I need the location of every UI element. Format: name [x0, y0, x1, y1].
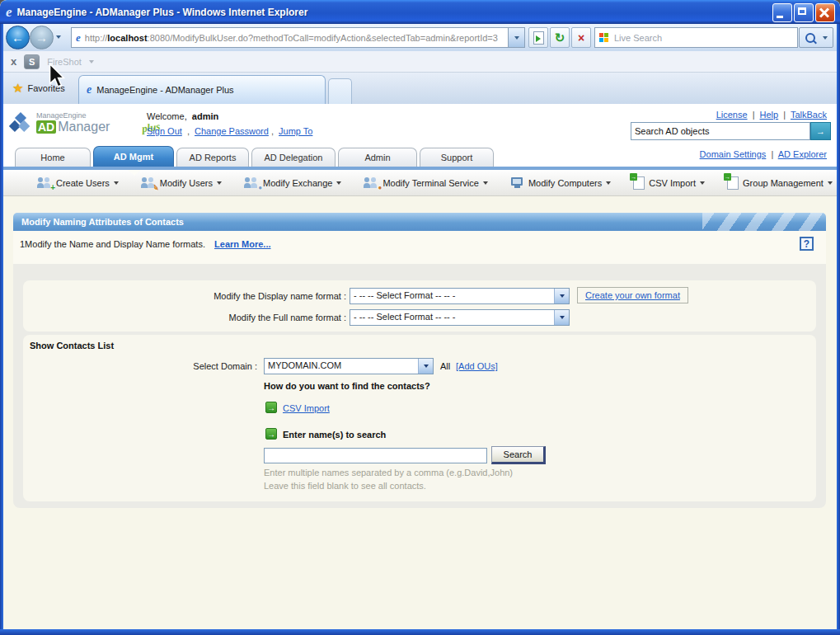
page-ie-icon: e — [72, 31, 85, 45]
toolbar-item-create-users[interactable]: + Create Users — [37, 177, 119, 189]
tab-admin[interactable]: Admin — [338, 148, 417, 167]
url-text[interactable]: http://localhost:8080/ModifyBulkUser.do?… — [85, 33, 508, 43]
sign-out-link[interactable]: Sign Out — [147, 126, 182, 136]
chevron-down-icon[interactable] — [554, 289, 569, 303]
change-password-link[interactable]: Change Password — [195, 126, 269, 136]
close-button[interactable] — [815, 3, 835, 22]
app-header: ManageEngine AD Manager plus Welcome, ad… — [0, 104, 840, 145]
browser-tab-active[interactable]: e ManageEngine - ADManager Plus — [78, 75, 326, 104]
ad-search: → — [631, 122, 831, 140]
windows-flag-icon — [599, 33, 608, 42]
go-arrow-icon: → — [816, 126, 825, 136]
logo-brand: ManageEngine — [36, 111, 87, 120]
session-links: Sign Out , Change Password, Jump To — [147, 126, 312, 136]
tab-ad-mgmt[interactable]: AD Mgmt — [93, 146, 174, 167]
forward-button[interactable]: → — [30, 26, 54, 49]
toolbar-item-group-management[interactable]: → Group Management — [727, 176, 833, 190]
capture-page-button[interactable] — [528, 27, 548, 48]
chevron-down-icon — [606, 181, 611, 185]
star-icon: ★ — [12, 81, 23, 96]
green-arrow-icon: → — [265, 402, 277, 413]
live-search-input[interactable] — [612, 32, 797, 44]
display-name-format-select[interactable]: - -- -- Select Format -- -- - — [350, 288, 570, 304]
search-button[interactable]: Search — [491, 446, 546, 464]
panel-title: Modify Naming Attributes of Contacts — [21, 217, 184, 227]
tab-home[interactable]: Home — [15, 148, 91, 167]
page-go-icon — [533, 31, 544, 45]
ad-explorer-link[interactable]: AD Explorer — [778, 149, 827, 159]
domain-select[interactable]: MYDOMAIN.COM — [264, 358, 434, 374]
domain-settings-link[interactable]: Domain Settings — [700, 149, 767, 159]
full-name-format-select[interactable]: - -- -- Select Format -- -- - — [350, 309, 570, 326]
csv-import-icon: → — [633, 176, 645, 190]
fireshot-logo-icon: S — [24, 54, 40, 69]
title-bar[interactable]: e ManageEngine - ADManager Plus - Window… — [0, 0, 840, 24]
maximize-button[interactable] — [794, 3, 814, 22]
chevron-down-icon — [700, 181, 705, 185]
green-arrow-icon: → — [265, 428, 277, 440]
users-edit-icon: ✎ — [141, 177, 156, 189]
help-button[interactable]: ? — [800, 237, 814, 251]
chevron-down-icon — [828, 181, 833, 185]
live-search-go-button[interactable] — [799, 27, 833, 48]
tab-ie-icon: e — [87, 83, 92, 96]
add-ous-link[interactable]: [Add OUs] — [456, 361, 498, 371]
window-border-right — [837, 24, 840, 635]
refresh-button[interactable]: ↻ — [550, 27, 570, 48]
create-own-format-button[interactable]: Create your own format — [577, 287, 688, 303]
chevron-down-icon[interactable] — [554, 310, 569, 325]
chevron-down-icon — [114, 181, 119, 185]
header-links: License | Help | TalkBack — [716, 110, 827, 120]
live-search-box[interactable] — [594, 27, 798, 48]
new-tab-stub[interactable] — [328, 78, 352, 105]
mouse-cursor — [48, 63, 66, 89]
back-button[interactable]: ← — [6, 26, 30, 49]
chevron-down-icon — [823, 36, 828, 40]
address-dropdown-button[interactable] — [508, 28, 524, 47]
chevron-down-icon — [217, 181, 222, 185]
fireshot-toolbar: x S FireShot — [0, 51, 840, 73]
fireshot-dropdown-icon[interactable] — [89, 60, 94, 64]
stop-button[interactable]: × — [571, 27, 591, 48]
license-link[interactable]: License — [716, 110, 748, 120]
toolbar-item-modify-computers[interactable]: Modify Computers — [510, 177, 611, 189]
group-management-icon: → — [727, 176, 739, 190]
enter-names-label: Enter name(s) to search — [283, 430, 386, 440]
main-nav: Home AD Mgmt AD Reports AD Delegation Ad… — [0, 145, 840, 167]
hint-line-2: Leave this field blank to see all contac… — [264, 481, 426, 491]
names-search-input[interactable] — [264, 448, 487, 463]
hint-line-1: Enter multiple names separated by a comm… — [264, 468, 513, 477]
history-dropdown-icon[interactable] — [56, 35, 61, 39]
jump-to-link[interactable]: Jump To — [279, 126, 312, 136]
panel-description: 1Modify the Name and Display Name format… — [20, 239, 205, 249]
tab-bar: ★ Favorites e ManageEngine - ADManager P… — [0, 73, 840, 104]
toolbar-close-icon[interactable]: x — [11, 55, 16, 68]
tab-ad-reports[interactable]: AD Reports — [176, 148, 249, 167]
all-label: All — [440, 361, 450, 371]
forward-arrow-icon: → — [35, 31, 48, 45]
csv-import-link[interactable]: CSV Import — [283, 403, 330, 413]
header-stripes-decoration — [702, 213, 826, 231]
toolbar-item-modify-exchange[interactable]: ● Modify Exchange — [244, 177, 341, 189]
toolbar-item-modify-terminal-service[interactable]: ● Modify Terminal Service — [364, 177, 488, 189]
toolbar-item-modify-users[interactable]: ✎ Modify Users — [141, 177, 222, 189]
users-exchange-icon: ● — [244, 177, 259, 189]
tab-support[interactable]: Support — [420, 148, 494, 167]
help-link[interactable]: Help — [760, 110, 779, 120]
search-ad-objects-input[interactable] — [631, 122, 810, 140]
toolbar-item-csv-import[interactable]: → CSV Import — [633, 176, 705, 190]
chevron-down-icon[interactable] — [418, 359, 433, 374]
ie-logo-icon: e — [6, 4, 12, 21]
find-contacts-question: How do you want to find the contacts? — [264, 381, 430, 391]
search-icon — [805, 33, 815, 43]
window-title: ManageEngine - ADManager Plus - Windows … — [17, 7, 308, 18]
back-arrow-icon: ← — [12, 31, 24, 45]
address-bar[interactable]: e http://localhost:8080/ModifyBulkUser.d… — [71, 27, 525, 48]
action-toolbar: + Create Users ✎ Modify Users ● Modify E… — [0, 170, 840, 196]
minimize-button[interactable] — [772, 3, 792, 22]
search-go-button[interactable]: → — [810, 122, 831, 140]
learn-more-link[interactable]: Learn More... — [214, 239, 270, 249]
window-border-bottom — [0, 629, 840, 635]
talkback-link[interactable]: TalkBack — [791, 110, 827, 120]
tab-ad-delegation[interactable]: AD Delegation — [251, 148, 336, 167]
